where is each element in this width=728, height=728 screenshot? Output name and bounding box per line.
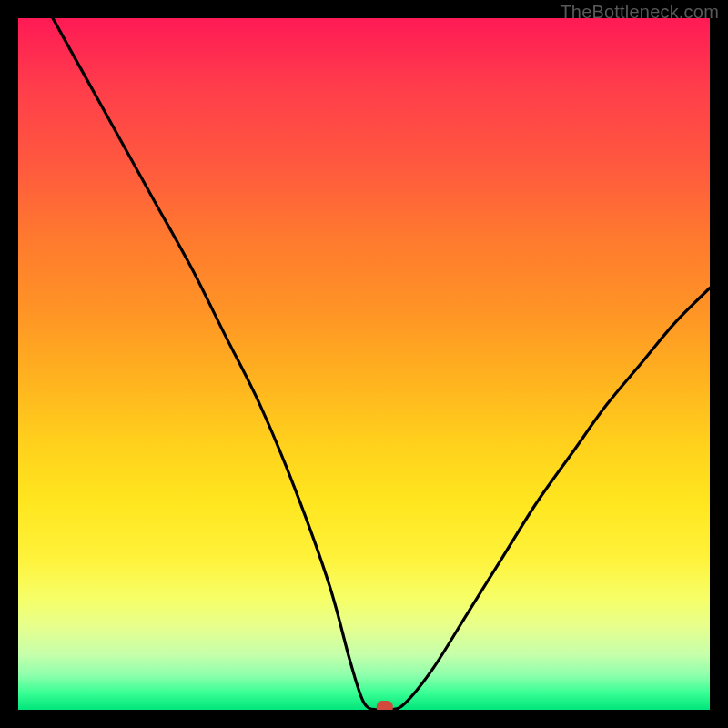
watermark-text: TheBottleneck.com [560, 2, 719, 23]
optimum-marker [377, 701, 393, 710]
plot-area [18, 18, 710, 710]
chart-frame: TheBottleneck.com [0, 0, 728, 728]
bottleneck-curve [53, 18, 710, 710]
curve-layer [18, 18, 710, 710]
